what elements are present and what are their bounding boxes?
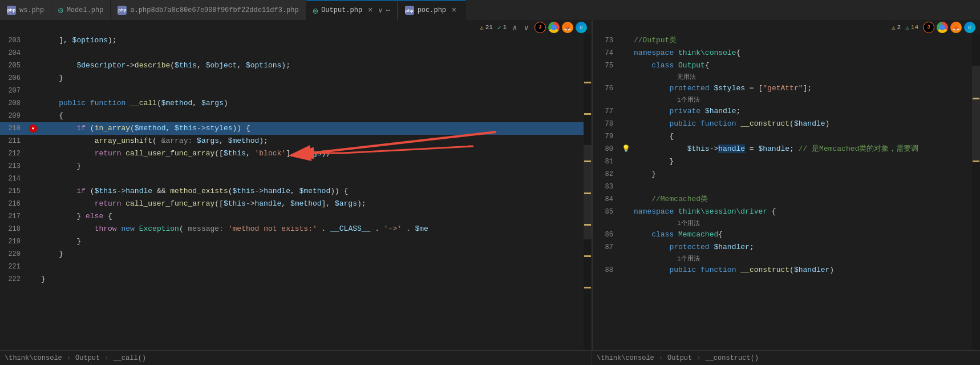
tab-poc-label: poc.php [418,6,446,14]
right-code-line-78: 78 public function __construct($handle) [593,118,980,130]
code-line-216: 216 return call_user_func_array([$this->… [0,198,592,210]
firefox-icon-left[interactable]: 🦊 [562,22,573,33]
right-code-line-80: 80 💡 $this->handle = $handle; // 是Memcac… [593,143,980,155]
right-warn-badge: ⚠ 2 [892,24,901,31]
tab-output-arrow[interactable]: ∨ [378,6,382,15]
breakpoint-icon: ● [29,125,37,133]
left-editor-pane: ⚠ 21 ✓ 1 ∧ ∨ J 🦊 e [0,21,592,350]
left-warn-count: 21 [485,24,493,31]
right-code-line-82: 82 } [593,168,980,181]
editor-container: ⚠ 21 ✓ 1 ∧ ∨ J 🦊 e [0,21,980,350]
right-status-bar: \think\console › Output › __construct() [592,350,980,365]
code-line-220: 220 } [0,248,592,260]
breadcrumb-method-right: __construct() [705,354,759,362]
tab-aphp[interactable]: php a.php8db7a8c80e67e908f96fbf22dde11df… [111,0,306,21]
tab-ws[interactable]: php ws.php [0,0,51,21]
right-code-lines: 73 //Output类 74 namespace think\console{… [593,34,980,276]
tab-poc-close[interactable]: × [449,6,459,15]
right-code-line-77: 77 private $handle; [593,105,980,118]
left-breadcrumb: \think\console › Output › __call() [5,354,146,362]
code-line-213: 213 } [0,160,592,173]
nav-down-btn[interactable]: ∨ [523,23,530,33]
tab-poc[interactable]: php poc.php × [398,0,466,21]
chrome-icon-right[interactable] [937,22,948,33]
code-line-215: 215 if ($this->handle && method_exists($… [0,185,592,198]
jetbrains-icon-right[interactable]: J [923,22,934,33]
scroll-mark-warn [584,82,591,83]
right-warn-count: 2 [897,24,901,31]
breadcrumb-namespace-right: \think\console [597,354,654,362]
output-icon: ◎ [313,6,318,15]
right-vscrollbar[interactable] [972,34,980,350]
right-code-line-87: 87 protected $handler; [593,241,980,254]
left-vscrollbar[interactable] [584,34,592,350]
poc-icon: php [405,6,414,15]
right-hint-1: - 1个用法 [593,95,980,105]
edge-icon-left[interactable]: e [576,22,587,33]
code-line-204: 204 [0,47,592,59]
warn-icon-right: ⚠ [892,24,896,31]
tab-ws-label: ws.php [19,6,44,14]
tab-output[interactable]: ◎ Output.php × ∨ ⋯ [306,0,398,21]
code-line-222: 222 } [0,273,592,286]
status-bars: \think\console › Output › __call() \thin… [0,350,980,365]
right-ok-count: 14 [911,24,918,31]
tab-output-label: Output.php [321,6,362,14]
right-scroll-viewport [972,66,980,161]
chrome-icon-left[interactable] [548,22,560,33]
code-line-218: 218 throw new Exception( message: 'metho… [0,223,592,235]
warn-icon-left: ⚠ [480,24,484,31]
code-line-212: 212 return call_user_func_array([$this, … [0,147,592,160]
code-line-207: 207 [0,85,592,97]
right-ok-badge: ⚠ 14 [905,24,918,31]
nav-up-btn[interactable]: ∧ [511,23,518,33]
ok-icon-right: ⚠ [905,24,909,31]
right-code-line-73: 73 //Output类 [593,34,980,47]
tab-model[interactable]: ◎ Model.php [51,0,111,21]
firefox-icon-right[interactable]: 🦊 [950,22,962,33]
right-hint-0: - 无用法 [593,72,980,82]
left-warn-badge: ⚠ 21 [480,24,493,31]
bulb-icon: 💡 [622,145,630,153]
code-line-205: 205 $descriptor->describe($this, $object… [0,59,592,72]
breadcrumb-namespace-left: \think\console [5,354,62,362]
right-code-line-76: 76 protected $styles = ["getAttr"]; [593,82,980,95]
ok-icon-left: ✓ [497,24,501,31]
code-line-208: 208 public function __call($method, $arg… [0,97,592,110]
left-ok-count: 1 [503,24,507,31]
tab-aphp-label: a.php8db7a8c80e67e908f96fbf22dde11df3.ph… [130,6,298,14]
left-code-editor[interactable]: 203 ], $options); 204 205 $descriptor->d… [0,34,592,350]
code-line-221: 221 [0,260,592,273]
edge-icon-right[interactable]: e [964,22,975,33]
right-code-line-85: 85 namespace think\session\driver { [593,206,980,218]
right-code-line-79: 79 { [593,130,980,143]
right-hint-3: - 1个用法 [593,254,980,264]
right-code-line-74: 74 namespace think\console{ [593,47,980,59]
aphp-icon: php [118,6,127,15]
code-line-210: 210 ● if (in_array($method, $this->style… [0,122,592,135]
right-breadcrumb: \think\console › Output › __construct() [597,354,759,362]
breadcrumb-method-left: __call() [113,354,146,362]
code-line-217: 217 } else { [0,210,592,223]
browser-icons-right: J 🦊 e [923,22,975,33]
right-code-line-81: 81 } [593,155,980,168]
breadcrumb-class-right: Output [667,354,692,362]
php-icon: php [7,6,16,15]
scroll-viewport [584,145,592,240]
code-line-211: 211 array_unshift( &array: $args, $metho… [0,135,592,147]
right-code-line-84: 84 //Memcached类 [593,193,980,206]
code-line-203: 203 ], $options); [0,34,592,47]
right-code-line-88: 88 public function __construct($handler) [593,264,980,276]
left-ok-badge: ✓ 1 [497,24,507,31]
right-code-editor[interactable]: 73 //Output类 74 namespace think\console{… [593,34,980,350]
tab-output-menu[interactable]: ⋯ [386,6,390,15]
code-line-214: 214 [0,173,592,185]
tab-model-label: Model.php [67,6,104,14]
tab-output-close[interactable]: × [366,6,375,15]
scroll-mark-warn6 [584,255,591,257]
model-icon: ◎ [58,5,63,15]
breadcrumb-class-left: Output [75,354,100,362]
right-hint-2: - 1个用法 [593,218,980,228]
right-code-line-83: 83 [593,181,980,193]
jetbrains-icon[interactable]: J [534,22,546,33]
